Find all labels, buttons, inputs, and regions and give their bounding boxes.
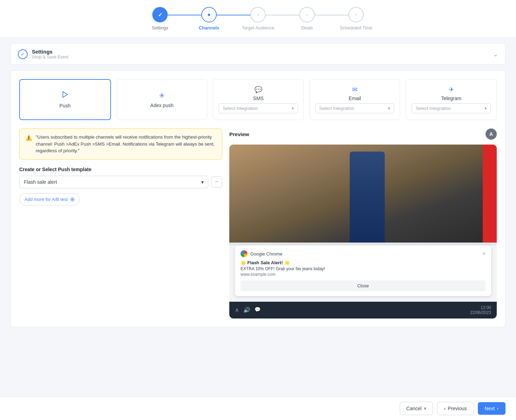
email-integration-placeholder: Select integration bbox=[319, 106, 354, 111]
preview-image-area bbox=[229, 145, 497, 243]
settings-row-left: ✓ Settings Shop & Save Event bbox=[18, 49, 68, 59]
preview-title: Preview bbox=[229, 131, 249, 137]
template-selected-value: Flash sale alert bbox=[24, 179, 57, 185]
notification-header: Google Chrome × bbox=[240, 250, 486, 257]
chevron-down-icon[interactable]: ⌄ bbox=[493, 50, 498, 58]
volume-icon: 🔊 bbox=[243, 307, 250, 313]
phone-date: 22/06/2023 bbox=[470, 310, 491, 315]
notification-app-name: Google Chrome bbox=[250, 251, 283, 257]
email-icon: ✉ bbox=[352, 86, 357, 93]
telegram-integration-placeholder: Select integration bbox=[416, 106, 451, 111]
email-dropdown-arrow: ▾ bbox=[388, 106, 390, 111]
email-label: Email bbox=[349, 96, 361, 101]
settings-title: Settings bbox=[32, 49, 68, 55]
push-icon bbox=[61, 91, 69, 100]
cancel-icon: × bbox=[424, 406, 426, 411]
channel-tab-adex[interactable]: ✳ Adex push bbox=[117, 79, 208, 120]
step-label-channels: Channels bbox=[199, 25, 219, 30]
svg-marker-0 bbox=[63, 92, 67, 98]
next-label: Next bbox=[485, 406, 495, 411]
warning-box: ⚠️ "Users subscribed to multiple channel… bbox=[19, 128, 222, 160]
ab-test-button[interactable]: Add more for A/B test ⊕ bbox=[19, 193, 80, 205]
settings-info: Settings Shop & Save Event bbox=[32, 49, 68, 59]
notification-header-left: Google Chrome bbox=[240, 250, 283, 257]
stepper-step-deals[interactable]: ○ Deals bbox=[283, 7, 332, 30]
jeans-silhouette bbox=[350, 152, 385, 243]
channel-tab-sms[interactable]: 💬 SMS Select integration ▾ bbox=[213, 79, 304, 120]
step-label-target: Target Audience bbox=[242, 25, 274, 30]
previous-label: Previous bbox=[448, 406, 467, 411]
step-circle-target: ○ bbox=[250, 7, 266, 22]
stepper-step-scheduled[interactable]: ○ Scheduled Time bbox=[332, 7, 381, 30]
step-label-settings: Settings bbox=[152, 25, 168, 30]
notification-body: EXTRA 10% OFF! Grab your fav jeans today… bbox=[240, 266, 486, 272]
template-dropdown[interactable]: Flash sale alert ▾ bbox=[19, 176, 208, 188]
step-label-deals: Deals bbox=[301, 25, 313, 30]
phone-status-icons: ∧ 🔊 💬 bbox=[235, 307, 260, 313]
chrome-icon bbox=[240, 250, 247, 257]
telegram-integration-dropdown[interactable]: Select integration ▾ bbox=[412, 103, 491, 113]
add-icon: ⊕ bbox=[70, 196, 75, 203]
nav-up-icon: ∧ bbox=[235, 307, 239, 313]
phone-preview: Google Chrome × 🌟 Flash Sale Alert! 🌟 EX… bbox=[229, 145, 497, 318]
stepper-step-target[interactable]: ○ Target Audience bbox=[233, 7, 283, 30]
notification-area: Google Chrome × 🌟 Flash Sale Alert! 🌟 EX… bbox=[229, 245, 497, 302]
preview-header: Preview A bbox=[229, 128, 497, 140]
phone-bottom-bar: ∧ 🔊 💬 12:00 22/06/2023 bbox=[229, 302, 497, 318]
red-accent-bar bbox=[483, 145, 497, 243]
template-section-label: Create or Select Push template bbox=[19, 167, 222, 172]
sms-icon: 💬 bbox=[254, 86, 262, 93]
stepper-step-settings[interactable]: ✓ Settings bbox=[135, 7, 184, 30]
sms-dropdown-arrow: ▾ bbox=[292, 106, 294, 111]
right-column: Preview A bbox=[229, 128, 497, 318]
two-col-layout: ⚠️ "Users subscribed to multiple channel… bbox=[19, 128, 497, 318]
ab-test-label: Add more for A/B test bbox=[25, 197, 68, 202]
channel-tab-telegram[interactable]: ✈ Telegram Select integration ▾ bbox=[406, 79, 497, 120]
phone-time-display: 12:00 22/06/2023 bbox=[470, 305, 491, 315]
adex-icon: ✳ bbox=[159, 91, 165, 100]
template-select-row: Flash sale alert ▾ − bbox=[19, 176, 222, 188]
cancel-button[interactable]: Cancel × bbox=[400, 402, 433, 415]
settings-subtitle: Shop & Save Event bbox=[32, 55, 68, 59]
notification-title: 🌟 Flash Sale Alert! 🌟 bbox=[240, 260, 486, 265]
prev-chevron-icon: ‹ bbox=[444, 406, 446, 411]
notification-close-icon[interactable]: × bbox=[482, 251, 486, 257]
settings-section[interactable]: ✓ Settings Shop & Save Event ⌄ bbox=[11, 43, 505, 65]
step-circle-settings: ✓ bbox=[152, 7, 168, 22]
telegram-label: Telegram bbox=[441, 96, 461, 101]
warning-text: "Users subscribed to multiple channels w… bbox=[36, 134, 216, 154]
template-dropdown-arrow: ▾ bbox=[201, 179, 204, 185]
telegram-icon: ✈ bbox=[449, 86, 454, 93]
next-button[interactable]: Next › bbox=[478, 402, 505, 415]
sms-label: SMS bbox=[253, 96, 264, 101]
stepper-step-channels[interactable]: ● Channels bbox=[184, 7, 233, 30]
notification-popup: Google Chrome × 🌟 Flash Sale Alert! 🌟 EX… bbox=[235, 245, 491, 296]
next-chevron-icon: › bbox=[497, 406, 498, 411]
channel-tab-email[interactable]: ✉ Email Select integration ▾ bbox=[309, 79, 400, 120]
channel-tabs: Push ✳ Adex push 💬 SMS Select integratio… bbox=[19, 79, 497, 120]
notification-close-button[interactable]: Close bbox=[240, 280, 486, 291]
chat-icon: 💬 bbox=[254, 307, 260, 313]
channel-tab-push[interactable]: Push bbox=[19, 79, 111, 120]
avatar: A bbox=[486, 128, 497, 140]
sms-integration-placeholder: Select integration bbox=[223, 106, 258, 111]
bottom-action-bar: Cancel × ‹ Previous Next › bbox=[0, 397, 516, 420]
step-circle-scheduled: ○ bbox=[348, 7, 364, 22]
step-circle-deals: ○ bbox=[299, 7, 315, 22]
settings-check-icon: ✓ bbox=[18, 49, 28, 59]
notification-url: www.example.com bbox=[240, 272, 486, 277]
left-column: ⚠️ "Users subscribed to multiple channel… bbox=[19, 128, 222, 318]
warning-icon: ⚠️ bbox=[25, 134, 32, 154]
previous-button[interactable]: ‹ Previous bbox=[437, 402, 473, 415]
main-content: Push ✳ Adex push 💬 SMS Select integratio… bbox=[11, 70, 505, 327]
phone-clock: 12:00 bbox=[470, 305, 491, 310]
cancel-label: Cancel bbox=[406, 406, 422, 411]
remove-template-button[interactable]: − bbox=[211, 176, 222, 188]
adex-label: Adex push bbox=[150, 103, 173, 108]
step-label-scheduled: Scheduled Time bbox=[340, 25, 372, 30]
email-integration-dropdown[interactable]: Select integration ▾ bbox=[315, 103, 395, 113]
sms-integration-dropdown[interactable]: Select integration ▾ bbox=[219, 103, 298, 113]
stepper: ✓ Settings ● Channels ○ Target Audience … bbox=[0, 0, 516, 38]
push-label: Push bbox=[60, 103, 71, 108]
telegram-dropdown-arrow: ▾ bbox=[484, 106, 487, 111]
